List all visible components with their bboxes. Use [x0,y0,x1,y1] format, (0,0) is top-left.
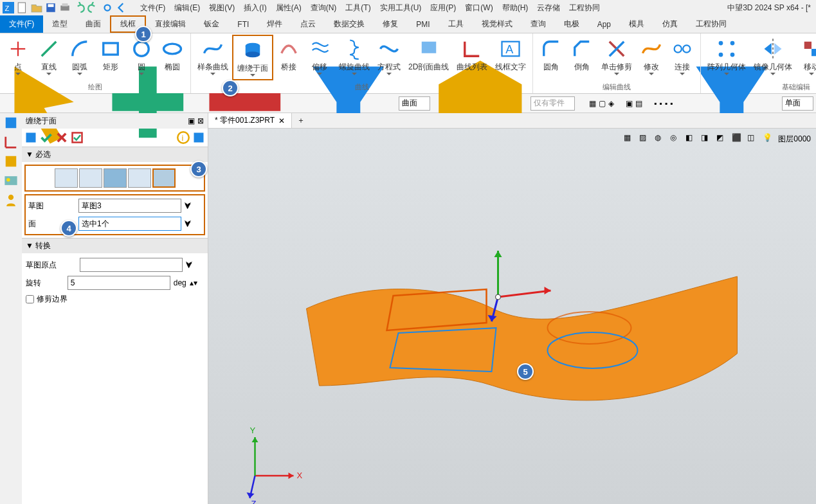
btn-ellipse[interactable]: 椭圆 [157,35,188,75]
btn-bridge[interactable]: 桥接 [273,35,304,75]
tab-sheet[interactable]: 钣金 [195,15,228,33]
opt-4[interactable] [128,168,151,188]
panel-tool-icon[interactable] [24,131,37,144]
tab-collab[interactable]: 工程协同 [687,15,736,33]
lb-image-icon[interactable] [4,174,18,188]
btn-click-trim[interactable]: 单击修剪 [597,35,636,78]
tb-ico[interactable]: ▪ [665,99,667,108]
combo-entity[interactable]: 曲面 [399,96,430,111]
pick-icon[interactable]: ⮟ [184,219,192,228]
tab-sim[interactable]: 仿真 [653,15,687,33]
btn-chamfer[interactable]: 倒角 [567,35,597,75]
confirm-icon[interactable] [40,131,53,144]
menu-collab[interactable]: 工程协同 [569,3,600,14]
btn-rect[interactable]: 矩形 [95,35,126,75]
lb-ucs-icon[interactable] [4,135,18,149]
tb-ico[interactable]: ▪ [670,99,673,108]
checkbox-trim[interactable] [26,295,34,303]
back-arrow-icon[interactable] [116,2,127,14]
tb-ico[interactable]: ▪ [659,99,662,108]
redo-icon[interactable] [87,2,99,14]
tab-fti[interactable]: FTI [228,15,258,33]
menu-insert[interactable]: 插入(I) [244,3,266,14]
menu-window[interactable]: 窗口(W) [465,3,493,14]
opt-1[interactable] [55,168,78,188]
pick-icon[interactable]: ⮟ [185,260,193,269]
btn-point[interactable]: 点 [3,35,33,78]
menu-cloud[interactable]: 云存储 [537,3,560,14]
menu-help[interactable]: 帮助(H) [502,3,529,14]
menu-attr[interactable]: 属性(A) [276,3,302,14]
tab-model[interactable]: 造型 [43,15,77,33]
lb-user-icon[interactable] [4,193,18,207]
input-rot[interactable] [68,276,170,290]
tb-ico[interactable]: ◈ [608,99,614,108]
btn-wrap-on-face[interactable]: 缠绕于面 [232,35,273,80]
tab-electrode[interactable]: 电极 [555,15,588,33]
undo-icon[interactable] [73,2,85,14]
input-face[interactable] [78,217,181,231]
close-icon[interactable]: ✕ [278,116,285,125]
tab-direct[interactable]: 直接编辑 [146,15,195,33]
btn-line[interactable]: 直线 [33,35,64,78]
pick-icon[interactable]: ⮟ [184,201,192,210]
btn-modify[interactable]: 修改 [636,35,667,78]
lb-cube-icon[interactable] [4,116,18,130]
tab-weld[interactable]: 焊件 [258,15,291,33]
btn-move[interactable]: 移动 [796,35,816,78]
print-icon[interactable] [59,2,71,14]
menu-edit[interactable]: 编辑(E) [174,3,200,14]
section-transform[interactable]: ▼ 转换 [22,239,208,253]
menu-utils[interactable]: 实用工具(U) [380,3,422,14]
tab-repair[interactable]: 修复 [374,15,407,33]
btn-arc[interactable]: 圆弧 [64,35,95,78]
section-required[interactable]: ▼ 必选 [22,147,208,162]
tab-visual[interactable]: 视觉样式 [473,15,521,33]
panel-pin-icon[interactable]: ▣ [188,116,195,125]
btn-connect[interactable]: 连接 [667,35,698,78]
btn-mirror[interactable]: 镜像几何体 [750,35,796,78]
btn-wire-text[interactable]: A线框文字 [491,35,530,75]
btn-spline[interactable]: 样条曲线 [194,35,232,78]
btn-curve-list[interactable]: 曲线列表 [453,35,491,75]
tb-ico[interactable]: ▪ [654,99,657,108]
tb-ico[interactable]: ▢ [599,99,606,108]
new-icon[interactable] [17,2,28,14]
btn-array[interactable]: 阵列几何体 [703,35,750,78]
apply-icon[interactable] [71,131,84,144]
combo-face[interactable]: 单面 [782,96,813,111]
combo-scope[interactable]: 仅有零件 [530,96,575,111]
save-icon[interactable] [45,2,57,14]
help-icon[interactable] [192,131,205,144]
menu-query[interactable]: 查询(N) [311,3,337,14]
btn-equation[interactable]: 方程式 [374,35,404,78]
tab-file[interactable]: 文件(F) [0,15,43,33]
lb-box-icon[interactable] [4,154,18,168]
tab-mold[interactable]: 模具 [620,15,653,33]
cancel-icon[interactable] [55,131,68,144]
viewport[interactable]: * 零件001.Z3PRT ✕ ＋ ▦ ▨ ◍ ◎ ◧ ◨ ◩ ⬛ ◫ 💡 图层… [208,113,816,504]
open-icon[interactable] [31,2,42,14]
panel-close-icon[interactable]: ⊠ [197,116,204,125]
spinner-icon[interactable]: ▴▾ [190,278,197,287]
input-origin[interactable] [80,258,183,272]
tab-app[interactable]: App [588,15,620,33]
tab-pmi[interactable]: PMI [407,15,439,33]
gear-icon[interactable] [102,2,113,14]
tb-ico[interactable]: ▣ [626,99,633,108]
btn-offset[interactable]: 偏移 [304,35,335,78]
btn-2d-section[interactable]: 2D剖面曲线 [404,35,453,75]
tab-exchange[interactable]: 数据交换 [325,15,374,33]
opt-5[interactable] [152,168,176,188]
menu-view[interactable]: 视图(V) [209,3,235,14]
info-icon[interactable]: i [177,131,190,144]
tab-pointcloud[interactable]: 点云 [291,15,325,33]
tab-tools[interactable]: 工具 [439,15,473,33]
tab-surface[interactable]: 曲面 [77,15,110,33]
opt-3[interactable] [104,168,127,188]
input-sketch[interactable] [78,199,181,213]
add-tab-icon[interactable]: ＋ [292,115,310,126]
menu-file[interactable]: 文件(F) [140,3,165,14]
tb-ico[interactable]: ▦ [589,99,596,108]
tb-ico[interactable]: ▤ [635,99,642,108]
